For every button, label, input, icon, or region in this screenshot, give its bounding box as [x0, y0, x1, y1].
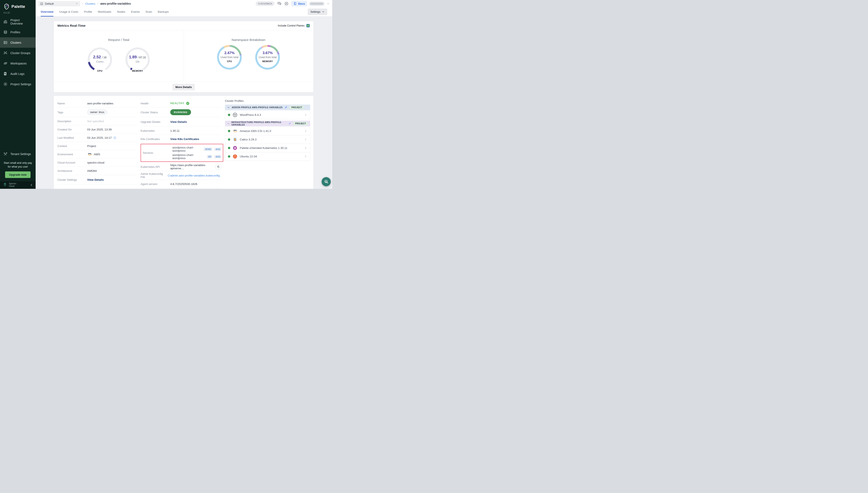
- profile-header-infra[interactable]: INFRASTRUCTURE PROFILE AWS-PROFILE-VARIA…: [225, 121, 310, 126]
- detail-label: Admin Kubeconfig File: [140, 172, 170, 179]
- sidebar-item-label: Clusters: [10, 41, 21, 44]
- user-name-blurred[interactable]: [310, 2, 324, 5]
- breadcrumb-clusters-link[interactable]: Clusters: [85, 2, 95, 5]
- breadcrumb-separator: /: [82, 2, 83, 5]
- detail-row-kubernetes-api: Kubernetes APIhttps://aws-profile-variab…: [140, 163, 221, 171]
- chevron-right-icon: [304, 155, 307, 158]
- detail-label: Tags: [58, 111, 87, 114]
- chevron-down-icon: [75, 2, 78, 5]
- donut-memory: 3.67% Used from total MEMORY: [254, 44, 281, 70]
- view-details-link[interactable]: View Details: [87, 178, 104, 181]
- tab-events[interactable]: Events: [131, 7, 140, 17]
- service-port-link[interactable]: :443: [214, 147, 221, 151]
- detail-label: Kubernetes API: [140, 165, 170, 168]
- detail-label: Cloud Account: [58, 161, 87, 164]
- profile-header-addon[interactable]: ADDON PROFILE AWS-PROFILE-VARIABLES PROJ…: [225, 105, 310, 110]
- sidebar-item-cluster-groups[interactable]: Cluster Groups: [0, 48, 36, 58]
- namespace-breakdown-panel: Namespace Breakdown 2.47% Used from tota…: [184, 30, 314, 82]
- profile-item-calico-3-29-3[interactable]: Calico 3.29.3: [225, 135, 310, 144]
- kubeconfig-link[interactable]: admin.aws-profile-variables.kubeconfig: [170, 174, 220, 177]
- sidebar-item-project-settings[interactable]: Project Settings: [0, 79, 36, 89]
- detail-row-health: HealthHEALTHY: [140, 99, 221, 108]
- service-port-link[interactable]: :80: [207, 155, 212, 158]
- docs-button[interactable]: Docs: [291, 1, 307, 6]
- aws-logo-icon: aws: [232, 129, 238, 133]
- gauge-memory: 1.89 / 67.31 Gb MEMORY: [125, 47, 151, 72]
- chevron-right-icon: [304, 113, 307, 116]
- sidebar-item-workspaces[interactable]: Workspaces: [0, 58, 36, 68]
- status-dot: [228, 114, 230, 116]
- compass-icon[interactable]: [284, 1, 289, 6]
- tab-workloads[interactable]: Workloads: [98, 7, 111, 17]
- tab-scan[interactable]: Scan: [146, 7, 152, 17]
- profile-item-palette-extended-kubernetes-1-30-11[interactable]: Palette eXtended Kubernetes 1.30.11: [225, 144, 310, 152]
- detail-row-created-on: Created On03 Jun 2025, 13:39: [58, 125, 137, 134]
- info-icon[interactable]: [167, 174, 170, 177]
- view-k8s-certificates-link[interactable]: View K8s Certificates: [170, 137, 199, 141]
- layers-icon: [3, 30, 8, 34]
- profile-item-ubuntu-22-04[interactable]: Ubuntu 22.04: [225, 152, 310, 161]
- tab-nodes[interactable]: Nodes: [117, 7, 125, 17]
- request-total-title: Request / Total: [54, 38, 184, 42]
- sidebar-item-profiles[interactable]: Profiles: [0, 27, 36, 37]
- chevron-down-icon[interactable]: [227, 122, 229, 125]
- settings-button[interactable]: Settings: [308, 9, 327, 15]
- chat-icon[interactable]: [277, 1, 282, 6]
- sidebar-item-project-overview[interactable]: Project Overview: [0, 17, 36, 27]
- link-icon: [285, 106, 288, 109]
- wordpress-logo-icon: W: [232, 112, 238, 117]
- detail-label: Agent version: [140, 183, 170, 186]
- info-icon[interactable]: [113, 136, 116, 140]
- spectro-cloud-logo-icon: [3, 183, 7, 187]
- include-control-planes-checkbox[interactable]: [306, 24, 310, 27]
- sidebar-item-label: Project Overview: [10, 19, 32, 25]
- chevron-right-icon: [304, 146, 307, 150]
- tools-icon: [3, 152, 8, 156]
- detail-value: 1.30.11: [170, 129, 180, 132]
- detail-label: Created On: [58, 128, 87, 131]
- tab-backups[interactable]: Backups: [158, 7, 169, 17]
- upgrade-now-button[interactable]: Upgrade now: [5, 171, 30, 178]
- service-name: wordpress-chart-wordpress: [172, 146, 202, 152]
- detail-row-cluster-status: Cluster StatusRUNNING: [140, 108, 221, 117]
- tab-profile[interactable]: Profile: [84, 7, 92, 17]
- donut-percent: 3.67%: [254, 51, 281, 55]
- cluster-status-badge: RUNNING: [170, 109, 191, 115]
- cluster-groups-icon: [3, 51, 8, 55]
- sidebar-item-tenant-settings[interactable]: Tenant Settings: [0, 149, 36, 159]
- detail-value: 03 Jun 2025, 13:39: [87, 128, 112, 131]
- detail-label: Environment: [58, 153, 87, 156]
- namespace-breakdown-title: Namespace Breakdown: [184, 38, 314, 42]
- profile-item-label: WordPress 6.4.3: [240, 113, 261, 116]
- profile-item-amazon-ebs-csi-1-41-0[interactable]: aws Amazon EBS CSI 1.41.0: [225, 127, 310, 135]
- svg-text:W: W: [234, 114, 236, 116]
- sidebar-item-clusters[interactable]: Clusters: [0, 37, 36, 48]
- sidebar-item-audit-logs[interactable]: Audit Logs: [0, 68, 36, 79]
- donut-caption: Used from total: [254, 56, 281, 59]
- service-port-link[interactable]: :443: [214, 155, 221, 158]
- detail-value: AMD64: [87, 169, 97, 172]
- svg-text:aws: aws: [233, 129, 237, 131]
- user-menu-chevron-icon[interactable]: [327, 2, 330, 5]
- tab-overview[interactable]: Overview: [41, 7, 53, 17]
- link-icon: [289, 122, 291, 125]
- view-details-link[interactable]: View Details: [170, 120, 187, 124]
- detail-row-context: ContextProject: [58, 142, 137, 150]
- sidebar-collapse-icon[interactable]: [30, 183, 33, 187]
- project-selector[interactable]: Default: [38, 1, 80, 6]
- more-details-button[interactable]: More Details: [172, 84, 195, 90]
- detail-label: Cluster Settings: [58, 178, 87, 181]
- detail-label: Cluster Status: [140, 111, 170, 114]
- chevron-right-icon: [304, 129, 307, 133]
- chevron-down-icon[interactable]: [227, 106, 230, 109]
- tag-pill: owner: linus: [87, 109, 107, 115]
- profile-item-wordpress-6-4-3[interactable]: W WordPress 6.4.3: [225, 110, 310, 119]
- breadcrumb-current: aws-profile-variables: [100, 2, 131, 5]
- include-control-planes: Include Control Planes: [278, 24, 310, 27]
- tab-usage-costs[interactable]: Usage & Costs: [59, 7, 78, 17]
- promo-line2: for what you use!: [8, 165, 28, 168]
- sidebar: Palette 4.6.32 Project Overview Profiles…: [0, 0, 36, 189]
- copy-button[interactable]: [216, 164, 221, 170]
- help-search-button[interactable]: [321, 177, 331, 186]
- service-port-link[interactable]: :9090: [203, 147, 212, 151]
